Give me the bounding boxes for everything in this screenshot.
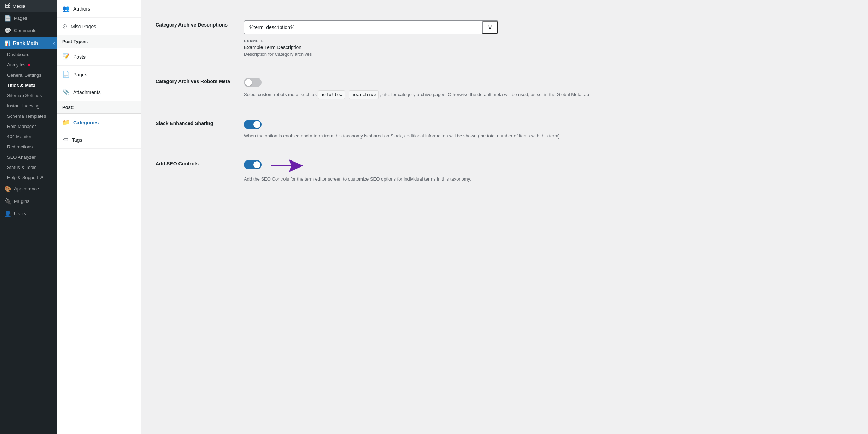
svg-marker-0: [271, 159, 303, 172]
second-sidebar: 👥 Authors ⊙ Misc Pages Post Types: 📝 Pos…: [57, 0, 141, 434]
example-desc: Description for Category archives: [244, 52, 854, 57]
rank-math-menu-header[interactable]: 📊 Rank Math ‹: [0, 37, 57, 49]
comments-icon: 💬: [4, 27, 11, 34]
example-value: Example Term Description: [244, 45, 854, 50]
add-seo-controls-label: Add SEO Controls: [156, 159, 233, 166]
slack-sharing-toggle[interactable]: [244, 120, 262, 129]
sidebar-item-dashboard[interactable]: Dashboard: [0, 49, 57, 60]
robots-meta-label: Category Archives Robots Meta: [156, 77, 233, 84]
post-label: Post:: [57, 101, 141, 114]
purple-arrow-annotation: [271, 159, 303, 172]
row-category-archive-desc: Category Archive Descriptions ∨ EXAMPLE …: [156, 11, 854, 67]
sidebar-item-status-tools[interactable]: Status & Tools: [0, 162, 57, 172]
sidebar-item-redirections[interactable]: Redirections: [0, 142, 57, 152]
slack-sharing-desc: When the option is enabled and a term fr…: [244, 133, 854, 140]
sidebar-item-plugins[interactable]: 🔌 Plugins: [0, 195, 57, 207]
add-seo-controls-control: Add the SEO Controls for the term editor…: [244, 159, 854, 183]
add-seo-controls-desc: Add the SEO Controls for the term editor…: [244, 176, 854, 183]
robots-meta-control: Select custom robots meta, such as nofol…: [244, 77, 854, 99]
rank-math-icon: 📊: [4, 40, 10, 46]
robots-meta-toggle[interactable]: [244, 78, 262, 87]
sidebar-item-titles-meta[interactable]: Titles & Meta: [0, 80, 57, 90]
slack-sharing-control: When the option is enabled and a term fr…: [244, 119, 854, 140]
tags-icon: 🏷: [62, 136, 68, 143]
attachments-icon: 📎: [62, 88, 70, 96]
slack-sharing-label: Slack Enhanced Sharing: [156, 119, 233, 126]
second-sidebar-misc-pages[interactable]: ⊙ Misc Pages: [57, 18, 141, 35]
noarchive-badge: noarchive: [349, 90, 379, 99]
admin-sidebar: 🖼 Media 📄 Pages 💬 Comments 📊 Rank Math ‹…: [0, 0, 57, 434]
sidebar-item-instant-indexing[interactable]: Instant Indexing: [0, 101, 57, 111]
sidebar-item-appearance[interactable]: 🎨 Appearance: [0, 183, 57, 195]
sidebar-item-schema-templates[interactable]: Schema Templates: [0, 111, 57, 121]
main-content: Category Archive Descriptions ∨ EXAMPLE …: [141, 0, 868, 434]
second-sidebar-posts[interactable]: 📝 Posts: [57, 48, 141, 66]
sidebar-item-help-support[interactable]: Help & Support ↗: [0, 172, 57, 183]
second-sidebar-pages[interactable]: 📄 Pages: [57, 66, 141, 83]
category-archive-desc-input-wrapper: ∨: [244, 20, 498, 34]
page-icon: 📄: [62, 71, 70, 78]
appearance-icon: 🎨: [4, 186, 11, 192]
row-slack-sharing: Slack Enhanced Sharing When the option i…: [156, 109, 854, 150]
category-archive-desc-control: ∨ EXAMPLE Example Term Description Descr…: [244, 20, 854, 57]
sidebar-item-general-settings[interactable]: General Settings: [0, 70, 57, 80]
category-archive-desc-label: Category Archive Descriptions: [156, 20, 233, 28]
misc-pages-icon: ⊙: [62, 23, 67, 30]
second-sidebar-authors[interactable]: 👥 Authors: [57, 0, 141, 18]
add-seo-controls-toggle-row: [244, 159, 854, 172]
authors-icon: 👥: [62, 5, 70, 12]
categories-icon: 📁: [62, 119, 70, 126]
second-sidebar-tags[interactable]: 🏷 Tags: [57, 131, 141, 149]
posts-icon: 📝: [62, 53, 70, 60]
robots-meta-toggle-row: [244, 77, 854, 87]
row-add-seo-controls: Add SEO Controls Add the SEO Controls fo…: [156, 149, 854, 193]
chevron-left-icon: ‹: [53, 40, 55, 47]
sidebar-item-404-monitor[interactable]: 404 Monitor: [0, 131, 57, 142]
plugins-icon: 🔌: [4, 198, 11, 205]
post-types-label: Post Types:: [57, 35, 141, 48]
row-robots-meta: Category Archives Robots Meta Select cus…: [156, 67, 854, 109]
second-sidebar-categories[interactable]: 📁 Categories: [57, 114, 141, 131]
example-label: EXAMPLE: [244, 39, 854, 43]
sidebar-item-comments[interactable]: 💬 Comments: [0, 24, 57, 37]
sidebar-item-media[interactable]: 🖼 Media: [0, 0, 57, 12]
robots-meta-desc: Select custom robots meta, such as nofol…: [244, 90, 854, 99]
users-icon: 👤: [4, 210, 11, 217]
sidebar-item-role-manager[interactable]: Role Manager: [0, 121, 57, 131]
analytics-dot: [28, 64, 30, 66]
slack-sharing-toggle-row: [244, 119, 854, 129]
sidebar-item-seo-analyzer[interactable]: SEO Analyzer: [0, 152, 57, 162]
sidebar-item-analytics[interactable]: Analytics: [0, 60, 57, 70]
pages-icon: 📄: [4, 15, 11, 22]
sidebar-item-users[interactable]: 👤 Users: [0, 207, 57, 220]
sidebar-item-sitemap-settings[interactable]: Sitemap Settings: [0, 90, 57, 101]
second-sidebar-attachments[interactable]: 📎 Attachments: [57, 83, 141, 101]
media-icon: 🖼: [4, 3, 10, 9]
category-archive-desc-dropdown-btn[interactable]: ∨: [482, 21, 498, 34]
category-archive-desc-input[interactable]: [244, 21, 482, 34]
rank-math-section: 📊 Rank Math ‹ Dashboard Analytics Genera…: [0, 37, 57, 183]
nofollow-badge: nofollow: [318, 90, 345, 99]
sidebar-item-pages[interactable]: 📄 Pages: [0, 12, 57, 24]
add-seo-controls-toggle[interactable]: [244, 160, 262, 169]
